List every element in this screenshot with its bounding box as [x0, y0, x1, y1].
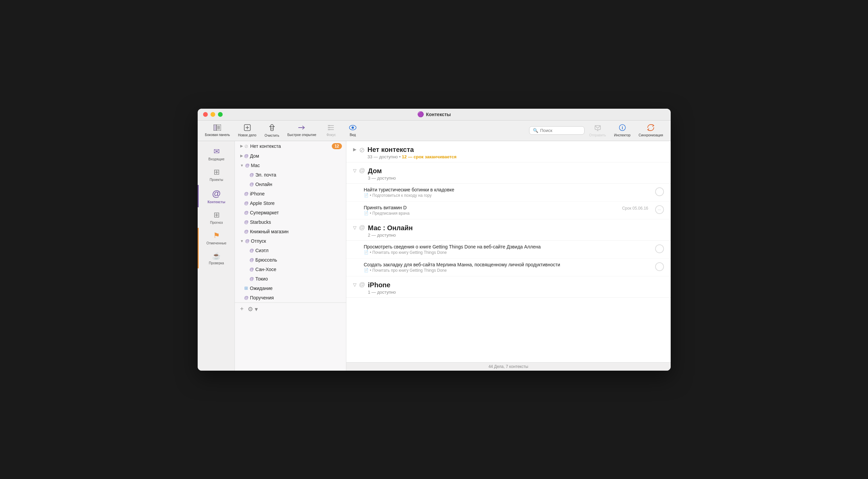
- context-waiting[interactable]: ▶ ⊞ Ожидание: [235, 284, 346, 293]
- task-vitamin-d[interactable]: Принять витамин D 📄 • Предписания врача …: [346, 202, 671, 219]
- context-email[interactable]: @ Эл. почта: [235, 170, 346, 180]
- inbox-icon: ✉: [214, 147, 220, 156]
- main-area: ✉ Входящие ⊞ Проекты @ Контексты ⊞ Прогн…: [198, 141, 671, 371]
- clean-button[interactable]: Очистить: [261, 123, 283, 139]
- online-at-icon: @: [250, 182, 254, 187]
- sync-button[interactable]: Синхронизация: [635, 123, 666, 138]
- context-brussels[interactable]: @ Брюссель: [235, 255, 346, 265]
- iphone-label: iPhone: [250, 191, 265, 196]
- sidebar-toggle-button[interactable]: Боковая панель: [202, 123, 233, 138]
- task-merlin-bookmark[interactable]: Создать закладку для веб-сайта Мерлина М…: [346, 259, 671, 276]
- mac-chevron: ▼: [240, 163, 244, 167]
- task-vitamin-d-title: Принять витамин D: [364, 205, 622, 210]
- focus-button[interactable]: Фокус: [321, 123, 341, 138]
- task-vitamin-d-due: Срок 05.06.16: [622, 206, 648, 211]
- maximize-button[interactable]: [218, 112, 223, 117]
- no-context-title: Нет контекста: [368, 146, 664, 154]
- sidebar-item-projects[interactable]: ⊞ Проекты: [198, 164, 234, 185]
- inspector-button[interactable]: i Инспектор: [611, 123, 634, 138]
- sidebar-item-inbox[interactable]: ✉ Входящие: [198, 144, 234, 164]
- context-supermarket[interactable]: ▶ @ Супермаркет: [235, 208, 346, 217]
- contexts-panel: ▶ ⊘ Нет контекста 12 ▶ @ Дом ▼ @ Mac @ Э: [235, 141, 346, 371]
- context-tokyo[interactable]: @ Токио: [235, 274, 346, 284]
- task-merlin-bookmark-complete[interactable]: [655, 262, 664, 271]
- context-home[interactable]: ▶ @ Дом: [235, 151, 346, 161]
- new-task-button[interactable]: Новое дело: [234, 123, 259, 138]
- task-gtd-website-project: • Почитать про книгу Getting Things Done: [370, 250, 447, 255]
- iphone-at-icon: @: [244, 191, 249, 196]
- sanjose-at-icon: @: [250, 267, 254, 272]
- context-vacation[interactable]: ▼ @ Отпуск: [235, 236, 346, 246]
- context-no-context[interactable]: ▶ ⊘ Нет контекста 12: [235, 141, 346, 151]
- brussels-at-icon: @: [250, 257, 254, 262]
- task-gtd-website-complete[interactable]: [655, 244, 664, 253]
- context-sanjose[interactable]: @ Сан-Хосе: [235, 265, 346, 274]
- quick-open-button[interactable]: Быстрое открытие: [284, 123, 320, 138]
- context-apple-store[interactable]: ▶ @ Apple Store: [235, 198, 346, 208]
- inspector-icon: i: [619, 124, 626, 133]
- view-button[interactable]: Вид: [343, 123, 363, 138]
- no-context-subtitle: 33 — доступно • 12 — срок заканчивается: [368, 154, 664, 159]
- sidebar-item-flagged[interactable]: ⚑ Отмеченные: [198, 228, 234, 248]
- context-errands[interactable]: ▶ @ Поручения: [235, 293, 346, 302]
- no-context-chevron: ▶: [240, 144, 243, 148]
- context-starbucks[interactable]: ▶ @ Starbucks: [235, 217, 346, 227]
- no-context-badge: 12: [332, 143, 342, 149]
- minimize-button[interactable]: [210, 112, 215, 117]
- task-gtd-website-title: Просмотреть сведения о книге Getting Thi…: [364, 244, 651, 249]
- search-box[interactable]: 🔍: [529, 126, 585, 135]
- task-merlin-bookmark-content: Создать закладку для веб-сайта Мерлина М…: [364, 262, 651, 273]
- context-online[interactable]: @ Онлайн: [235, 180, 346, 189]
- task-gtd-website-subtitle: 📄 • Почитать про книгу Getting Things Do…: [364, 250, 651, 255]
- send-button[interactable]: Отправить: [586, 123, 610, 138]
- no-context-expand[interactable]: ▶: [353, 147, 356, 152]
- task-hiking-boots[interactable]: Найти туристические ботинки в кладовке 📄…: [346, 184, 671, 202]
- task-vitamin-d-complete[interactable]: ···: [655, 205, 664, 214]
- section-home-header: ▽ @ Дом 3 — доступно: [346, 162, 671, 184]
- sync-label: Синхронизация: [639, 133, 663, 137]
- no-context-header-text: Нет контекста 33 — доступно • 12 — срок …: [368, 146, 664, 159]
- bookshop-label: Книжный магазин: [250, 229, 289, 234]
- task-merlin-bookmark-title: Создать закладку для веб-сайта Мерлина М…: [364, 262, 651, 267]
- sidebar-item-review[interactable]: ☕ Проверка: [198, 248, 234, 268]
- vacation-at-icon: @: [245, 238, 249, 243]
- task-gtd-website[interactable]: Просмотреть сведения о книге Getting Thi…: [346, 241, 671, 259]
- errands-at-icon: @: [244, 295, 249, 300]
- focus-label: Фокус: [326, 133, 336, 137]
- doc3-icon: 📄: [364, 250, 369, 255]
- home-label: Дом: [250, 153, 259, 159]
- home-expand[interactable]: ▽: [353, 168, 356, 173]
- task-hiking-boots-complete[interactable]: [655, 187, 664, 196]
- add-context-button[interactable]: +: [240, 305, 244, 313]
- task-vitamin-d-content: Принять витамин D 📄 • Предписания врача: [364, 205, 622, 216]
- svg-text:i: i: [622, 125, 623, 130]
- context-mac[interactable]: ▼ @ Mac: [235, 161, 346, 170]
- task-vitamin-d-subtitle: 📄 • Предписания врача: [364, 211, 622, 216]
- iphone-expand[interactable]: ▽: [353, 282, 356, 287]
- search-input[interactable]: [540, 128, 581, 133]
- doc4-icon: 📄: [364, 268, 369, 272]
- svg-rect-18: [328, 129, 330, 130]
- svg-rect-16: [328, 125, 330, 126]
- tokyo-at-icon: @: [250, 276, 254, 281]
- home-at-icon: @: [244, 153, 249, 158]
- sidebar-item-forecast[interactable]: ⊞ Прогноз: [198, 207, 234, 228]
- titlebar: 🟣 Контексты: [198, 109, 671, 121]
- send-label: Отправить: [589, 133, 606, 137]
- mac-online-expand[interactable]: ▽: [353, 225, 356, 230]
- settings-button[interactable]: ⚙ ▾: [248, 305, 258, 313]
- plus-icon: [244, 124, 251, 133]
- context-iphone[interactable]: ▶ @ iPhone: [235, 189, 346, 198]
- sidebar-item-contexts[interactable]: @ Контексты: [198, 185, 234, 207]
- forecast-label: Прогноз: [210, 221, 223, 224]
- doc-icon: 📄: [364, 193, 369, 197]
- home-header-text: Дом 3 — доступно: [368, 167, 664, 181]
- context-bookshop[interactable]: ▶ @ Книжный магазин: [235, 227, 346, 236]
- contexts-icon: @: [212, 188, 221, 199]
- task-merlin-bookmark-subtitle: 📄 • Почитать про книгу Getting Things Do…: [364, 268, 651, 273]
- close-button[interactable]: [203, 112, 208, 117]
- window-title-bar: 🟣 Контексты: [417, 111, 451, 117]
- home-header-at: @: [359, 167, 365, 174]
- projects-label: Проекты: [209, 178, 223, 182]
- context-seattle[interactable]: @ Сиэтл: [235, 246, 346, 255]
